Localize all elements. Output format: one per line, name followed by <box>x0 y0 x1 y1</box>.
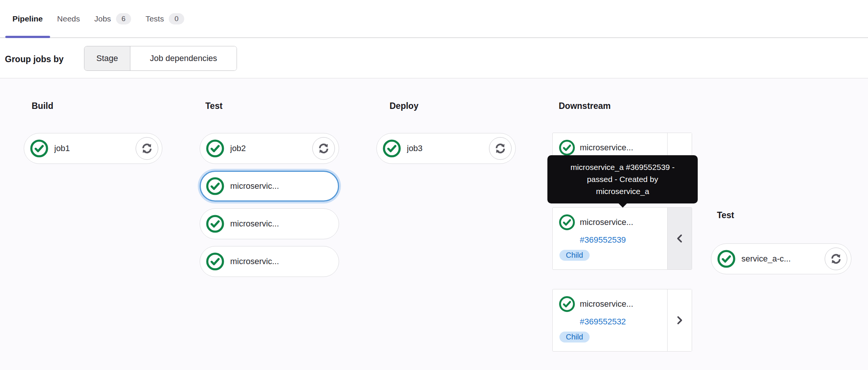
downstream-pipeline-id-link[interactable]: #369552532 <box>580 317 626 327</box>
downstream-pipeline-card-2[interactable]: microservice... #369552539 Child <box>552 207 692 270</box>
downstream-card-content: microservice... #369552539 Child <box>553 208 667 269</box>
downstream-pipeline-name: microservice... <box>580 143 633 153</box>
status-passed-icon <box>558 139 576 156</box>
tab-tests[interactable]: Tests 0 <box>138 0 191 37</box>
jobs-count-badge: 6 <box>116 13 131 24</box>
group-by-job-dependencies-label: Job dependencies <box>150 54 217 63</box>
job-pill-job3[interactable]: job3 <box>376 133 516 164</box>
job-name: microservic... <box>230 257 279 266</box>
job-pill-microservice-trigger-2[interactable]: microservic... <box>200 208 339 239</box>
stage-title-test: Test <box>205 101 223 111</box>
stage-title-build: Build <box>32 101 53 111</box>
tab-pipeline-label: Pipeline <box>12 14 43 23</box>
status-passed-icon <box>205 176 225 196</box>
tab-tests-label: Tests <box>145 14 164 23</box>
pipeline-graph-area: Build Test Deploy Downstream Test job1 j… <box>0 78 868 370</box>
status-passed-icon <box>205 214 225 234</box>
collapse-downstream-2-button[interactable] <box>667 208 692 269</box>
tab-needs-label: Needs <box>57 14 80 23</box>
status-passed-icon <box>717 249 736 269</box>
job-pill-microservice-trigger-3[interactable]: microservic... <box>200 246 339 277</box>
job-pill-job2[interactable]: job2 <box>200 133 339 164</box>
chevron-left-icon <box>674 233 685 244</box>
retry-job2-button[interactable] <box>312 137 335 160</box>
stage-title-deploy: Deploy <box>390 101 419 111</box>
downstream-pipeline-name: microservice... <box>580 217 633 227</box>
downstream-pipeline-name: microservice... <box>580 299 633 309</box>
group-by-job-dependencies-button[interactable]: Job dependencies <box>130 46 237 70</box>
downstream-pipeline-card-3[interactable]: microservice... #369552532 Child <box>552 289 692 352</box>
chevron-right-icon <box>674 315 685 326</box>
tab-needs[interactable]: Needs <box>50 0 87 37</box>
tab-jobs-label: Jobs <box>94 14 111 23</box>
retry-icon <box>317 142 330 155</box>
job-name: job2 <box>230 144 246 153</box>
tab-pipeline[interactable]: Pipeline <box>5 0 50 37</box>
status-passed-icon <box>558 295 576 313</box>
job-name: job3 <box>407 144 423 153</box>
job-pill-job1[interactable]: job1 <box>24 133 162 164</box>
job-name: service_a-c... <box>741 254 791 264</box>
job-name: microservic... <box>230 181 279 191</box>
job-name: microservic... <box>230 219 279 229</box>
group-by-segmented-control: Stage Job dependencies <box>84 46 237 71</box>
stage-title-downstream: Downstream <box>559 101 611 111</box>
expand-downstream-3-button[interactable] <box>667 289 692 351</box>
group-by-stage-label: Stage <box>96 54 118 63</box>
retry-icon <box>141 142 153 155</box>
status-passed-icon <box>29 139 49 158</box>
pipeline-tooltip: microservice_a #369552539 - passed - Cre… <box>547 155 698 203</box>
status-passed-icon <box>558 214 576 231</box>
tab-jobs[interactable]: Jobs 6 <box>87 0 138 37</box>
retry-job1-button[interactable] <box>136 137 158 160</box>
group-by-stage-button[interactable]: Stage <box>84 46 130 70</box>
retry-icon <box>494 142 507 155</box>
job-pill-microservice-trigger-1-selected[interactable]: microservic... <box>200 171 339 202</box>
job-name: job1 <box>54 144 70 153</box>
group-jobs-by-label: Group jobs by <box>5 54 64 64</box>
child-pipeline-badge: Child <box>559 250 590 261</box>
status-passed-icon <box>205 252 225 271</box>
status-passed-icon <box>382 139 402 158</box>
pipeline-tab-bar: Pipeline Needs Jobs 6 Tests 0 <box>0 0 868 38</box>
tests-count-badge: 0 <box>169 13 184 24</box>
downstream-pipeline-id-link[interactable]: #369552539 <box>580 235 626 245</box>
retry-service-a-button[interactable] <box>825 248 847 270</box>
child-pipeline-badge: Child <box>559 332 590 342</box>
retry-icon <box>830 252 842 265</box>
stage-title-downstream-test: Test <box>717 210 734 220</box>
retry-job3-button[interactable] <box>489 137 512 160</box>
status-passed-icon <box>205 139 225 158</box>
job-pill-service-a[interactable]: service_a-c... <box>711 243 851 274</box>
downstream-card-content: microservice... #369552532 Child <box>553 289 667 351</box>
